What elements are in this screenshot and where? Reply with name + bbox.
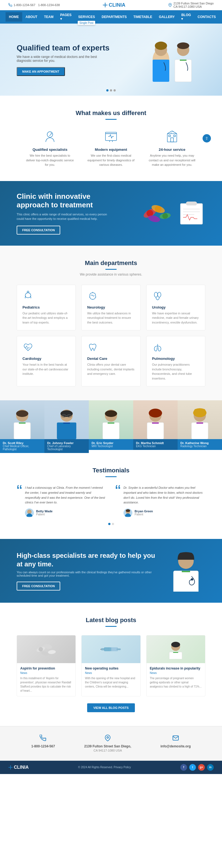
testimonial-2-author-info: Bryan Green Patient	[135, 509, 153, 516]
nav-services[interactable]: Services	[75, 12, 98, 22]
search-icon[interactable]: ⚲	[219, 12, 222, 22]
cardiology-icon	[23, 342, 34, 353]
nav-team[interactable]: Team	[41, 12, 57, 22]
nav-pages[interactable]: Pages ▾	[57, 10, 75, 24]
team-member-5-photo	[177, 400, 222, 439]
blog-post-1-content: Aspirin for prevention News In this inst…	[17, 663, 76, 696]
social-twitter[interactable]: t	[189, 764, 196, 771]
team-member-1-info: Dr. Scott Riley Chief Medical Officer, P…	[0, 439, 45, 453]
dept-pediatrics-title: Pediatrics	[23, 305, 70, 309]
blog-post-1-image	[17, 636, 76, 663]
blog-title: Latest blog posts	[17, 617, 205, 624]
departments-divider	[106, 269, 116, 270]
testimonial-2-author: Bryan Green Patient	[123, 508, 205, 517]
team-member-1-role: Chief Medical Officer, Pathologist	[3, 445, 41, 451]
social-linkedin[interactable]: in	[207, 764, 214, 771]
clinic-banner-cta[interactable]: FREE CONSULTATION	[17, 226, 60, 235]
blog-post-3-tag: News	[150, 672, 202, 675]
testimonial-dots	[17, 523, 205, 525]
nav-timetable[interactable]: Timetable	[130, 12, 156, 22]
nav-blog[interactable]: Blog ▾	[178, 10, 194, 24]
quote-icon-1: “	[17, 483, 22, 499]
feature-equipment: Modern equipment We use the first-class …	[86, 128, 136, 167]
svg-rect-8	[180, 60, 187, 61]
cta-desc: You can always count on our professional…	[17, 570, 161, 577]
feature-24hr-icon	[164, 128, 181, 145]
svg-rect-7	[175, 60, 192, 82]
svg-rect-11	[106, 132, 116, 134]
svg-rect-35	[19, 423, 26, 424]
svg-point-43	[105, 410, 117, 417]
testimonials-section: Testimonials “ I had a colonoscopy at Cl…	[0, 453, 222, 539]
feature-equipment-desc: We use the first-class medical equipment…	[86, 153, 136, 167]
clinic-banner-title: Clinic with innovative approach to treat…	[17, 192, 111, 209]
testimonial-2-avatar	[123, 508, 132, 517]
blog-post-2-img-svg	[100, 640, 122, 659]
dept-pulmonology: Pulmonology Our pulmonary practitioners …	[146, 336, 205, 386]
blog-post-1-img-svg	[35, 640, 57, 659]
scroll-top-button[interactable]: ⇧	[202, 134, 211, 143]
view-all-button[interactable]: VIEW ALL BLOG POSTS	[87, 703, 135, 712]
dept-dental: Dental Care Clinia offers your dental ca…	[81, 336, 140, 386]
team-member-5-avatar	[186, 403, 214, 439]
svg-point-64	[48, 650, 56, 654]
blog-divider	[106, 626, 116, 627]
blog-view-all: VIEW ALL BLOG POSTS	[17, 703, 205, 712]
social-google[interactable]: g+	[198, 764, 205, 771]
email-footer-icon	[172, 735, 179, 741]
cta-doctor-illustration	[167, 550, 205, 592]
svg-point-30	[154, 292, 158, 297]
blog-post-3-title: Epidurals increase in popularity	[150, 666, 202, 670]
footer-email-icon	[160, 735, 191, 743]
clinic-banner-desc: This clinic offers a wide range of medic…	[17, 212, 111, 221]
nav-about[interactable]: About	[22, 12, 41, 22]
svg-point-56	[126, 509, 130, 512]
dept-dental-desc: Clinia offers your dental care including…	[87, 362, 135, 376]
dept-pediatrics-icon	[23, 290, 70, 303]
blog-post-2-desc: With the opening of the new hospital and…	[85, 676, 137, 689]
address-info: 2139 Fulton Street San Diego CA 94117-10…	[168, 2, 214, 8]
dept-cardiology-desc: Your heart is in the best hands at our s…	[23, 362, 70, 376]
dept-urology: Urology We have expertise in sexual medi…	[146, 285, 205, 331]
svg-rect-67	[116, 648, 121, 650]
footer-logo: CLINIA	[8, 765, 29, 770]
departments-subtitle: We provide assistance in various spheres…	[17, 273, 205, 276]
svg-rect-38	[57, 423, 76, 439]
testimonials-title: Testimonials	[17, 467, 205, 474]
footer-address-line1: 2139 Fulton Street San Diego,	[84, 744, 131, 748]
team-member-4-name: Dr. Martha Schmidt	[136, 441, 175, 445]
testimonial-2: “ Dr. Snyder is a wonderful Doctor who m…	[115, 486, 205, 517]
dept-neurology-icon	[87, 290, 135, 303]
svg-rect-15	[174, 135, 175, 137]
blog-post-1-desc: In this installment of 'Aspirin for prev…	[20, 676, 72, 693]
nav-home[interactable]: Home	[5, 12, 22, 22]
testimonial-2-role: Patient	[135, 513, 153, 516]
blog-post-2-title: New operating suites	[85, 666, 137, 670]
features-section: What makes us different Qualified specia…	[0, 96, 222, 181]
svg-rect-44	[103, 423, 119, 439]
blog-post-2-content: New operating suites News With the openi…	[82, 663, 140, 692]
team-member-1-name: Dr. Scott Riley	[3, 441, 41, 445]
departments-title: Main departments	[17, 259, 205, 267]
dept-pediatrics-desc: Our pediatric unit utilizes state-of-the…	[23, 311, 70, 325]
footer-email-address: info@demosite.org	[160, 744, 191, 748]
testimonials-grid: “ I had a colonoscopy at Clinia. From th…	[17, 486, 205, 517]
svg-point-6	[177, 42, 189, 49]
hero-cta-button[interactable]: MAKE AN APPOINTMENT	[17, 67, 65, 76]
logo-header[interactable]: CLINIA	[103, 2, 126, 8]
nav-gallery[interactable]: Gallery	[156, 12, 178, 22]
social-facebook[interactable]: f	[181, 764, 187, 771]
team-member-1-avatar	[8, 403, 36, 439]
blog-post-1: Aspirin for prevention News In this inst…	[17, 635, 76, 696]
hero-dots	[106, 89, 116, 92]
nav-contacts[interactable]: Contacts	[194, 12, 219, 22]
departments-grid: Pediatrics Our pediatric unit utilizes s…	[17, 285, 205, 387]
footer-logo-icon	[8, 765, 13, 770]
feature-24hr-title: 24-hour service	[147, 148, 197, 152]
testimonial-2-name: Bryan Green	[135, 509, 153, 513]
cta-text: High-class specialists are ready to help…	[17, 551, 161, 590]
nav-departments[interactable]: Departments	[98, 12, 130, 22]
dept-pediatrics: Pediatrics Our pediatric unit utilizes s…	[17, 285, 76, 331]
cta-button[interactable]: FREE CONSULTATION	[17, 582, 60, 590]
svg-point-60	[191, 578, 193, 581]
